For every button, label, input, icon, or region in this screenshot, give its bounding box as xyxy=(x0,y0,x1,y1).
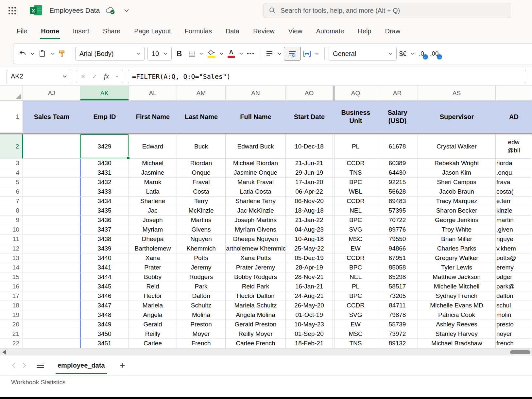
cell-AK4[interactable]: 3431 xyxy=(80,168,129,178)
cell-AM11[interactable]: Nguyen xyxy=(177,234,226,244)
cell-offscreen2[interactable]: edw @bil xyxy=(496,134,532,159)
more-formatting-button[interactable]: ••• xyxy=(246,47,256,61)
all-sheets-menu-icon[interactable] xyxy=(33,359,48,372)
cell-AM22[interactable]: French xyxy=(177,339,226,348)
cell-AQ15[interactable]: NEL xyxy=(335,272,377,282)
cell-AS2[interactable]: Crystal Walker xyxy=(418,134,496,159)
fill-color-button[interactable] xyxy=(206,47,217,61)
cell-AJ15[interactable] xyxy=(23,272,80,282)
cell-AN5[interactable]: Maruk Fraval xyxy=(226,178,286,187)
cell-AL14[interactable]: Prater xyxy=(129,263,177,272)
cell-AQ16[interactable]: PL xyxy=(335,282,377,291)
workbook-statistics-button[interactable]: Workbook Statistics xyxy=(11,379,65,386)
cell-AL12[interactable]: Bartholemew xyxy=(129,244,177,253)
formula-input[interactable]: =FILTER(A:Q, Q:Q="Sales") xyxy=(128,70,526,83)
cell-AO3[interactable]: 21-Jun-21 xyxy=(286,159,333,168)
cell-AO9[interactable]: 21-Jan-22 xyxy=(286,216,333,225)
menu-item-home[interactable]: Home xyxy=(34,21,66,41)
cell-AN2[interactable]: Edward Buck xyxy=(226,134,286,159)
decrease-decimal-button[interactable]: .0 ← xyxy=(417,47,428,61)
cell-AL10[interactable]: Myriam xyxy=(129,225,177,234)
paste-button[interactable] xyxy=(37,47,47,61)
merge-cells-button[interactable] xyxy=(302,47,312,61)
cell-AS3[interactable]: Rebekah Wright xyxy=(418,159,496,168)
search-box[interactable]: Search for tools, help, and more (Alt + … xyxy=(263,3,511,18)
menu-item-draw[interactable]: Draw xyxy=(378,21,407,41)
cell-AO10[interactable]: 04-Aug-23 xyxy=(286,225,333,234)
row-header-1[interactable]: 1 xyxy=(0,101,23,133)
cell-AS13[interactable]: Gregory Walker xyxy=(418,253,496,263)
cell-offscreen12[interactable]: v.khem xyxy=(496,244,532,253)
cell-AS8[interactable]: Sharon Becker xyxy=(418,206,496,216)
cell-AS18[interactable]: Michelle Evans MD xyxy=(418,301,496,310)
title-chevron-down-icon[interactable] xyxy=(124,9,129,12)
column-header-AS[interactable]: AS xyxy=(418,86,496,101)
undo-chevron-icon[interactable] xyxy=(29,47,36,61)
cell-AR14[interactable]: 85058 xyxy=(377,263,418,272)
cell-AO6[interactable]: 06-Apr-22 xyxy=(286,187,333,197)
column-header-AR[interactable]: AR xyxy=(377,86,418,101)
format-painter-icon[interactable] xyxy=(57,47,67,61)
menu-item-view[interactable]: View xyxy=(282,21,309,41)
cell-AN14[interactable]: Prater Jeremy xyxy=(226,263,286,272)
cell-offscreen6[interactable]: costa( xyxy=(496,187,532,197)
cloud-saved-icon[interactable] xyxy=(105,6,115,15)
cell-offscreen20[interactable]: presto xyxy=(496,320,532,329)
cell-AJ10[interactable] xyxy=(23,225,80,234)
cell-AQ2[interactable]: PL xyxy=(335,134,377,159)
row-header-15[interactable]: 15 xyxy=(0,272,23,282)
cell-AR2[interactable]: 61678 xyxy=(377,134,418,159)
cell-AN19[interactable]: Angela Molina xyxy=(226,310,286,320)
cell-AR11[interactable]: 79550 xyxy=(377,234,418,244)
cell-AR22[interactable]: 89132 xyxy=(377,339,418,348)
cell-AR9[interactable]: 70722 xyxy=(377,216,418,225)
cell-AK20[interactable]: 3449 xyxy=(80,320,129,329)
cell-AO20[interactable]: 10-May-23 xyxy=(286,320,333,329)
cell-AL18[interactable]: Mariela xyxy=(129,301,177,310)
cell-AJ3[interactable] xyxy=(23,159,80,168)
cell-AO15[interactable]: 28-Nov-21 xyxy=(286,272,333,282)
cell-AK9[interactable]: 3436 xyxy=(80,216,129,225)
cell-AL22[interactable]: Carlee xyxy=(129,339,177,348)
cell-AJ4[interactable] xyxy=(23,168,80,178)
row-header-3[interactable]: 3 xyxy=(0,159,23,168)
cell-offscreen3[interactable]: riorda xyxy=(496,159,532,168)
cell-AN15[interactable]: Bobby Rodgers xyxy=(226,272,286,282)
cell-AM21[interactable]: Moyer xyxy=(177,329,226,339)
cell-AM12[interactable]: Khemmich xyxy=(177,244,226,253)
cell-AQ13[interactable]: CCDR xyxy=(335,253,377,263)
horizontal-scrollbar[interactable] xyxy=(0,348,532,356)
cell-AO8[interactable]: 18-Aug-18 xyxy=(286,206,333,216)
cell-offscreen10[interactable]: .given xyxy=(496,225,532,234)
cell-AS5[interactable]: Sheri Campos xyxy=(418,178,496,187)
column-header-AM[interactable]: AM xyxy=(177,86,226,101)
cell-AK19[interactable]: 3448 xyxy=(80,310,129,320)
cell-AM19[interactable]: Molina xyxy=(177,310,226,320)
cell-AM16[interactable]: Park xyxy=(177,282,226,291)
cell-AQ9[interactable]: BPC xyxy=(335,216,377,225)
cell-AK8[interactable]: 3435 xyxy=(80,206,129,216)
cell-AK11[interactable]: 3438 xyxy=(80,234,129,244)
column-header-offscreen[interactable] xyxy=(496,86,532,101)
cell-offscreen15[interactable]: odger xyxy=(496,272,532,282)
cell-AK7[interactable]: 3434 xyxy=(80,197,129,206)
cell-AL2[interactable]: Edward xyxy=(129,134,177,159)
cell-offscreen11[interactable]: nguye xyxy=(496,234,532,244)
cell-AL17[interactable]: Hector xyxy=(129,291,177,301)
cell-AO21[interactable]: 01-Sep-20 xyxy=(286,329,333,339)
cell-AL7[interactable]: Sharlene xyxy=(129,197,177,206)
cell-AM9[interactable]: Martins xyxy=(177,216,226,225)
wrap-text-button[interactable] xyxy=(284,47,301,61)
cell-AK13[interactable]: 3440 xyxy=(80,253,129,263)
row-header-20[interactable]: 20 xyxy=(0,320,23,329)
cell-AS7[interactable]: Tracy Marquez xyxy=(418,197,496,206)
cell-AL5[interactable]: Maruk xyxy=(129,178,177,187)
cell-AS9[interactable]: George Jenkins xyxy=(418,216,496,225)
scroll-left-arrow-icon[interactable] xyxy=(2,350,6,355)
cell-AL6[interactable]: Latia xyxy=(129,187,177,197)
cell-AM5[interactable]: Fraval xyxy=(177,178,226,187)
bold-button[interactable]: B xyxy=(173,47,186,61)
cell-AJ18[interactable] xyxy=(23,301,80,310)
cell-AL3[interactable]: Michael xyxy=(129,159,177,168)
row-header-4[interactable]: 4 xyxy=(0,168,23,178)
